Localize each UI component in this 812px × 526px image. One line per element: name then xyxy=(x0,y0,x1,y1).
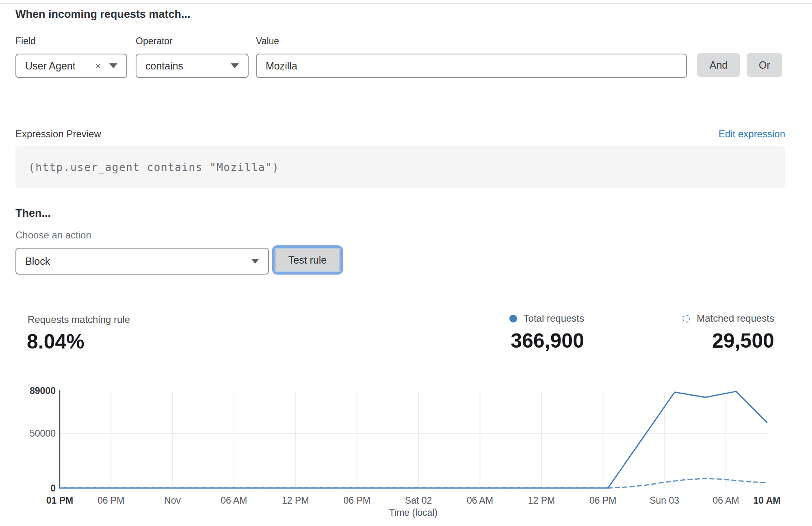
requests-matching-rule-label: Requests matching rule xyxy=(28,314,130,325)
action-select-value: Block xyxy=(25,255,50,267)
operator-select-value: contains xyxy=(145,60,183,72)
x-tick-label: Nov xyxy=(164,495,181,506)
chevron-down-icon xyxy=(109,63,117,68)
x-tick-label: Sat 02 xyxy=(405,495,432,506)
value-input-wrap xyxy=(256,54,687,78)
chevron-down-icon xyxy=(231,63,239,68)
when-requests-match-title: When incoming requests match... xyxy=(15,8,191,21)
field-select-value: User Agent xyxy=(25,60,76,72)
operator-label: Operator xyxy=(136,36,173,47)
x-tick-label: 06 PM xyxy=(97,495,124,506)
total-requests-line xyxy=(60,392,767,488)
matched-requests-line xyxy=(60,478,767,488)
value-input[interactable] xyxy=(266,60,677,72)
y-tick-label: 0 xyxy=(50,483,56,494)
expression-code: (http.user_agent contains "Mozilla") xyxy=(28,161,279,173)
then-title: Then... xyxy=(15,207,51,220)
solid-dot-icon xyxy=(509,315,517,323)
matched-requests-value: 29,500 xyxy=(712,329,774,353)
or-button[interactable]: Or xyxy=(747,53,782,77)
test-rule-focus-ring: Test rule xyxy=(272,245,343,275)
chevron-down-icon xyxy=(251,259,259,264)
requests-matching-rule-value: 8.04% xyxy=(27,330,84,353)
x-tick-label: Sun 03 xyxy=(650,495,679,506)
total-requests-label: Total requests xyxy=(524,313,584,324)
requests-chart: 0500008900001 PM06 PMNov06 AM12 PM06 PMS… xyxy=(0,378,812,524)
y-tick-label: 50000 xyxy=(30,428,56,439)
value-label: Value xyxy=(256,36,279,47)
total-requests-value: 366,900 xyxy=(511,329,584,353)
x-tick-label: 12 PM xyxy=(528,495,555,506)
legend-total-requests: Total requests 366,900 xyxy=(509,313,584,353)
x-tick-label: 06 PM xyxy=(343,495,370,506)
action-select[interactable]: Block xyxy=(15,248,269,275)
legend-matched-row[interactable]: Matched requests xyxy=(682,313,774,324)
x-tick-label: 12 PM xyxy=(282,495,309,506)
top-divider xyxy=(0,3,812,4)
expression-preview-box: (http.user_agent contains "Mozilla") xyxy=(15,146,785,188)
legend-total-row[interactable]: Total requests xyxy=(509,313,584,324)
and-button[interactable]: And xyxy=(697,53,740,77)
x-tick-label: 06 PM xyxy=(589,495,616,506)
clear-x-icon[interactable]: × xyxy=(95,61,101,71)
operator-select[interactable]: contains xyxy=(136,54,249,78)
x-axis-title: Time (local) xyxy=(389,507,437,518)
choose-action-label: Choose an action xyxy=(15,229,91,241)
legend-matched-requests: Matched requests 29,500 xyxy=(682,313,774,353)
x-tick-label: 06 AM xyxy=(221,495,247,506)
x-tick-label: 10 AM xyxy=(754,495,781,506)
matched-requests-label: Matched requests xyxy=(697,313,774,324)
test-rule-button[interactable]: Test rule xyxy=(275,249,340,271)
field-label: Field xyxy=(15,36,36,47)
requests-line-chart: 0500008900001 PM06 PMNov06 AM12 PM06 PMS… xyxy=(0,378,812,524)
x-tick-label: 06 AM xyxy=(467,495,493,506)
expression-preview-label: Expression Preview xyxy=(15,128,101,140)
y-tick-label: 89000 xyxy=(30,385,56,396)
dashed-circle-icon xyxy=(682,315,690,323)
edit-expression-link[interactable]: Edit expression xyxy=(719,128,785,140)
field-select[interactable]: User Agent × xyxy=(15,54,127,78)
x-tick-label: 06 AM xyxy=(712,495,739,506)
x-tick-label: 01 PM xyxy=(46,495,73,506)
